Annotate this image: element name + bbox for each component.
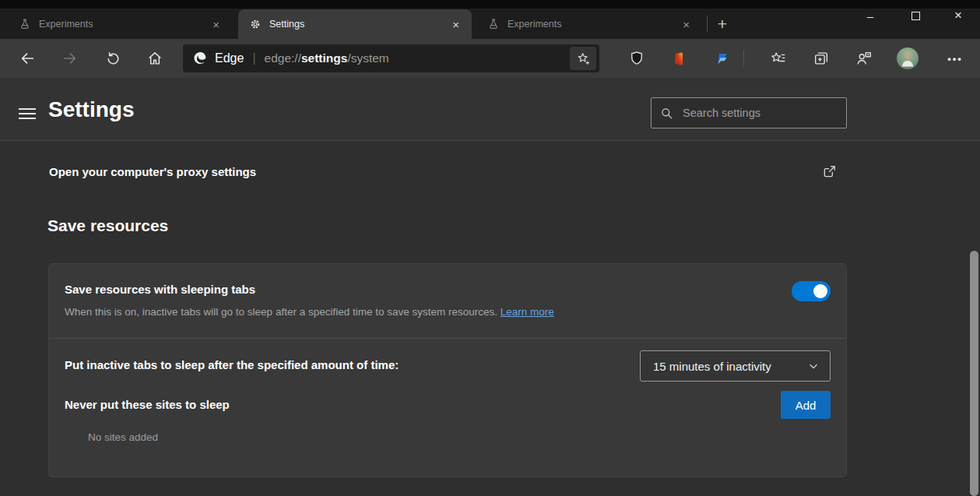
section-title: Save resources xyxy=(47,216,168,235)
favorites-button[interactable] xyxy=(769,49,788,68)
scrollbar-thumb[interactable] xyxy=(970,251,978,496)
external-link-icon xyxy=(822,164,838,179)
search-settings-box[interactable] xyxy=(651,97,847,128)
office-extension-icon[interactable] xyxy=(669,49,688,68)
beaker-icon xyxy=(19,18,31,30)
minimize-button[interactable]: – xyxy=(852,4,888,27)
back-button[interactable] xyxy=(16,47,39,70)
feedback-button[interactable] xyxy=(855,49,873,68)
never-sleep-label: Never put these sites to sleep xyxy=(65,398,230,411)
sleep-timer-label: Put inactive tabs to sleep after the spe… xyxy=(65,358,399,371)
tab-settings[interactable]: Settings × xyxy=(238,9,472,39)
home-icon xyxy=(146,50,163,67)
toolbar-separator xyxy=(743,50,744,67)
settings-header: Settings xyxy=(0,78,980,141)
collections-icon xyxy=(813,50,830,67)
learn-more-link[interactable]: Learn more xyxy=(501,306,554,318)
star-plus-icon xyxy=(576,51,591,66)
edge-logo-icon xyxy=(192,51,208,66)
tab-close-icon[interactable]: × xyxy=(449,17,462,32)
new-tab-button[interactable]: + xyxy=(711,13,733,35)
settings-content: Open your computer's proxy settings Save… xyxy=(0,141,980,496)
tab-experiments-1[interactable]: Experiments × xyxy=(8,9,232,39)
tab-close-icon[interactable]: × xyxy=(680,17,693,32)
profile-avatar[interactable] xyxy=(897,47,919,69)
home-button[interactable] xyxy=(143,47,167,70)
shield-extension-icon[interactable] xyxy=(627,49,646,68)
gear-icon xyxy=(249,18,262,30)
proxy-settings-row[interactable]: Open your computer's proxy settings xyxy=(48,157,847,186)
person-feedback-icon xyxy=(855,50,873,67)
browser-window: Experiments × Settings × Experiments × +… xyxy=(0,0,980,496)
site-name: Edge xyxy=(215,51,244,65)
maximize-button[interactable] xyxy=(897,4,933,27)
address-bar[interactable]: Edge | edge://settings/system xyxy=(183,44,599,72)
url-text: edge://settings/system xyxy=(265,51,389,65)
tab-separator xyxy=(707,16,708,32)
settings-page: Settings Open your computer's proxy sett… xyxy=(0,78,980,496)
arrow-left-icon xyxy=(19,50,36,67)
forward-button[interactable] xyxy=(58,47,82,70)
refresh-button[interactable] xyxy=(101,47,125,70)
address-divider: | xyxy=(252,51,255,65)
star-list-icon xyxy=(770,50,787,67)
search-input[interactable] xyxy=(683,107,838,119)
blue-flag-extension-icon[interactable] xyxy=(712,49,731,68)
sleeping-tabs-description: When this is on, inactive tabs will go t… xyxy=(65,306,554,318)
tab-label: Experiments xyxy=(39,19,209,30)
search-icon xyxy=(659,106,674,121)
sleep-timer-dropdown[interactable]: 15 minutes of inactivity xyxy=(640,350,831,382)
no-sites-message: No sites added xyxy=(88,431,158,443)
refresh-icon xyxy=(105,51,121,67)
navigation-bar: Edge | edge://settings/system • xyxy=(0,39,980,78)
dropdown-selected-value: 15 minutes of inactivity xyxy=(653,360,771,373)
close-button[interactable]: × xyxy=(940,4,976,27)
beaker-icon xyxy=(487,18,500,30)
sleeping-tabs-toggle[interactable] xyxy=(792,281,831,301)
arrow-right-icon xyxy=(61,50,79,67)
tab-label: Settings xyxy=(269,19,449,30)
avatar-photo-icon xyxy=(897,47,919,69)
menu-hamburger-icon[interactable] xyxy=(19,108,36,119)
tab-label: Experiments xyxy=(508,19,680,30)
tab-bar: Experiments × Settings × Experiments × +… xyxy=(0,0,980,39)
proxy-settings-label: Open your computer's proxy settings xyxy=(49,165,256,178)
page-title: Settings xyxy=(48,78,134,141)
tab-close-icon[interactable]: × xyxy=(209,17,223,32)
save-resources-card: Save resources with sleeping tabs When t… xyxy=(48,263,847,477)
maximize-icon xyxy=(912,12,920,20)
settings-menu-button[interactable]: ••• xyxy=(940,47,971,70)
card-divider xyxy=(49,338,846,339)
tab-experiments-2[interactable]: Experiments × xyxy=(476,9,702,39)
sleeping-tabs-title: Save resources with sleeping tabs xyxy=(65,283,255,296)
add-favorite-button[interactable] xyxy=(570,47,596,70)
chevron-down-icon xyxy=(806,359,820,373)
add-site-button[interactable]: Add xyxy=(781,391,831,419)
collections-button[interactable] xyxy=(812,49,831,68)
